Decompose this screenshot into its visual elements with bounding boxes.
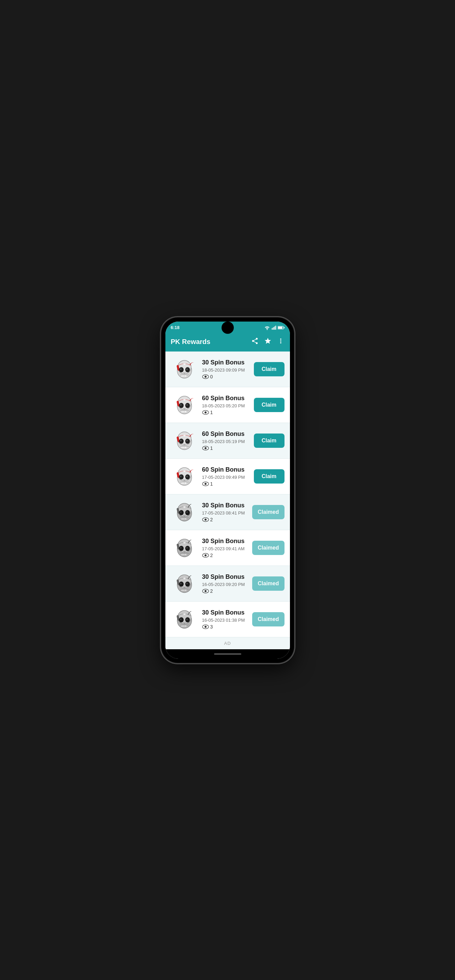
eye-icon <box>202 446 209 450</box>
view-count: 1 <box>210 410 213 415</box>
reward-item: 60 Spin Bonus 18-05-2023 05:20 PM 1 Clai… <box>165 387 290 423</box>
svg-point-104 <box>180 582 182 584</box>
reward-date: 17-05-2023 08:41 PM <box>202 511 248 515</box>
view-count: 1 <box>210 481 213 487</box>
svg-rect-32 <box>183 410 185 412</box>
reward-info: 30 Spin Bonus 17-05-2023 08:41 PM 2 <box>202 502 248 522</box>
svg-rect-17 <box>183 375 185 377</box>
skull-gray-icon <box>172 606 197 632</box>
reward-views: 1 <box>202 481 250 487</box>
star-icon[interactable] <box>264 337 272 347</box>
eye-icon <box>202 624 209 629</box>
svg-point-105 <box>186 582 188 584</box>
reward-title: 30 Spin Bonus <box>202 573 248 581</box>
svg-point-53 <box>178 468 191 481</box>
reward-item: 30 Spin Bonus 17-05-2023 09:41 AM 2 Clai… <box>165 530 290 566</box>
reward-date: 17-05-2023 09:49 PM <box>202 475 250 480</box>
svg-rect-33 <box>185 410 186 412</box>
svg-point-8 <box>178 360 191 374</box>
view-count: 0 <box>210 374 213 379</box>
svg-point-45 <box>186 440 188 441</box>
battery-icon <box>278 326 285 330</box>
reward-date: 16-05-2023 01:38 PM <box>202 617 248 623</box>
svg-point-60 <box>186 476 188 477</box>
reward-views: 3 <box>202 624 248 630</box>
reward-item: 60 Spin Bonus 18-05-2023 05:19 PM 1 Clai… <box>165 423 290 459</box>
svg-point-59 <box>180 476 182 477</box>
svg-rect-108 <box>185 589 186 591</box>
reward-image <box>171 534 198 562</box>
svg-point-90 <box>186 547 188 549</box>
eye-icon <box>202 482 209 486</box>
reward-image <box>171 427 198 454</box>
reward-image <box>171 498 198 526</box>
eye-icon <box>202 517 209 522</box>
svg-point-23 <box>178 396 191 410</box>
svg-rect-122 <box>183 625 185 627</box>
skull-red-icon <box>172 428 197 453</box>
skull-gray-icon <box>172 571 197 597</box>
reward-info: 60 Spin Bonus 18-05-2023 05:20 PM 1 <box>202 395 250 415</box>
svg-rect-1 <box>273 327 274 329</box>
skull-gray-icon <box>172 535 197 561</box>
skull-red-icon <box>172 392 197 418</box>
share-icon[interactable] <box>251 337 259 347</box>
svg-point-126 <box>205 626 207 628</box>
reward-date: 18-05-2023 05:19 PM <box>202 439 250 444</box>
view-count: 1 <box>210 445 213 451</box>
svg-rect-18 <box>185 375 186 377</box>
reward-views: 1 <box>202 445 250 451</box>
claim-button[interactable]: Claim <box>254 362 285 376</box>
claimed-button: Claimed <box>252 612 284 627</box>
claim-button[interactable]: Claim <box>254 469 285 484</box>
svg-rect-31 <box>181 410 183 412</box>
reward-image <box>171 606 198 633</box>
reward-views: 2 <box>202 517 248 522</box>
reward-title: 30 Spin Bonus <box>202 359 250 366</box>
reward-views: 1 <box>202 410 250 415</box>
skull-gray-icon <box>172 499 197 525</box>
eye-icon <box>202 410 209 415</box>
svg-rect-5 <box>278 326 282 328</box>
svg-rect-93 <box>185 553 186 555</box>
claimed-button: Claimed <box>252 576 284 591</box>
reward-date: 16-05-2023 09:20 PM <box>202 582 248 587</box>
svg-point-38 <box>178 432 191 445</box>
reward-views: 0 <box>202 374 250 379</box>
reward-item: 30 Spin Bonus 17-05-2023 08:41 PM 2 Clai… <box>165 495 290 530</box>
reward-info: 30 Spin Bonus 18-05-2023 09:09 PM 0 <box>202 359 250 379</box>
reward-date: 17-05-2023 09:41 AM <box>202 546 248 551</box>
reward-image <box>171 391 198 418</box>
svg-point-66 <box>205 483 207 485</box>
svg-rect-3 <box>275 326 276 330</box>
svg-rect-0 <box>272 328 272 330</box>
claim-button[interactable]: Claim <box>254 434 285 448</box>
svg-point-14 <box>180 368 182 370</box>
more-vert-icon[interactable] <box>277 337 285 347</box>
view-count: 2 <box>210 588 213 594</box>
svg-point-75 <box>186 511 188 513</box>
svg-rect-121 <box>181 625 183 627</box>
svg-rect-92 <box>183 553 185 555</box>
reward-date: 18-05-2023 09:09 PM <box>202 368 250 372</box>
skull-red-icon <box>172 463 197 489</box>
svg-point-119 <box>180 618 182 620</box>
reward-views: 2 <box>202 553 248 558</box>
svg-point-74 <box>180 511 182 513</box>
svg-point-15 <box>186 368 188 370</box>
reward-title: 30 Spin Bonus <box>202 538 248 545</box>
reward-image <box>171 463 198 490</box>
svg-rect-16 <box>181 375 183 377</box>
wifi-icon <box>264 325 270 330</box>
app-bar: PK Rewards <box>165 332 290 352</box>
svg-rect-107 <box>183 589 185 591</box>
reward-title: 30 Spin Bonus <box>202 502 248 509</box>
svg-point-96 <box>205 554 207 556</box>
reward-info: 30 Spin Bonus 17-05-2023 09:41 AM 2 <box>202 538 248 558</box>
reward-title: 30 Spin Bonus <box>202 609 248 616</box>
skull-red-icon <box>172 356 197 382</box>
claim-button[interactable]: Claim <box>254 398 285 412</box>
svg-rect-78 <box>185 517 186 520</box>
reward-image <box>171 570 198 597</box>
eye-icon <box>202 589 209 593</box>
